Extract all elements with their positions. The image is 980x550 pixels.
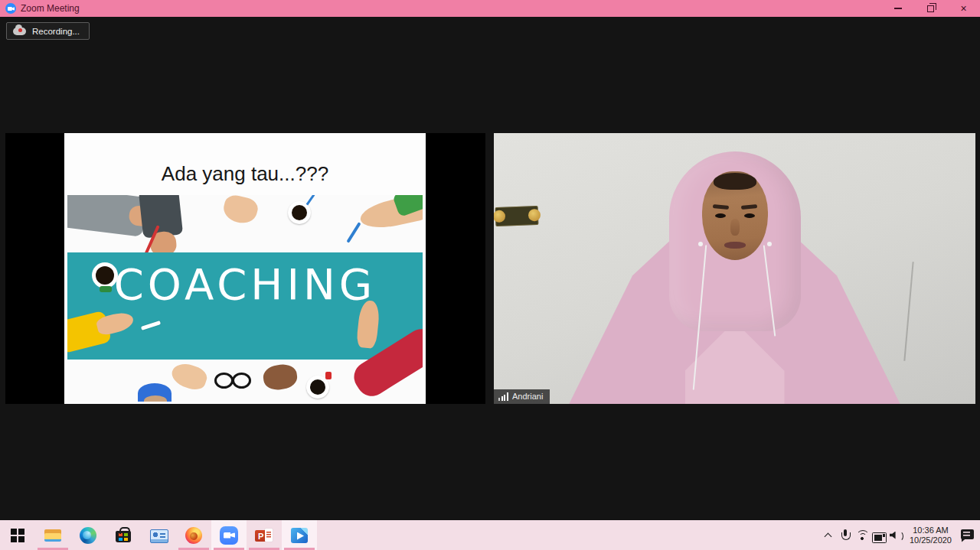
taskbar-movies-icon[interactable] <box>282 520 317 550</box>
coffee-cup-bottom <box>306 376 329 399</box>
blue-cap-head <box>138 383 172 402</box>
restore-icon <box>927 5 934 12</box>
signal-strength-icon <box>498 392 508 401</box>
taskbar-firefox-icon[interactable] <box>176 520 211 550</box>
explorer-app-icon <box>43 526 63 545</box>
hidden-icons-chevron-icon[interactable] <box>820 527 837 544</box>
center-hand <box>221 195 260 226</box>
system-tray: 10:36 AM 10/25/2020 <box>820 520 980 550</box>
firefox-app-icon <box>184 526 204 545</box>
taskbar-store-icon[interactable] <box>106 520 141 550</box>
wall-plaque <box>495 206 539 226</box>
participant-nametag: Andriani <box>494 389 550 404</box>
wifi-icon[interactable] <box>854 527 871 544</box>
zoom-camera-icon <box>5 3 16 14</box>
meeting-area: Recording... Ada yang tau...??? <box>0 17 980 520</box>
lips <box>724 242 746 249</box>
video-tile-screenshare: Ada yang tau...??? COACHING <box>5 133 485 404</box>
taskbar-panel-icon[interactable] <box>141 520 176 550</box>
zoomapp-app-icon <box>219 526 239 545</box>
left-eyebrow <box>712 204 728 210</box>
nose <box>730 219 740 236</box>
taskbar-edge-icon[interactable] <box>70 520 106 550</box>
face <box>702 171 768 260</box>
blue-pen-small <box>306 195 315 205</box>
left-earbud-icon <box>698 242 703 246</box>
taskbar-start-icon[interactable] <box>0 520 35 550</box>
suit-arm <box>139 195 183 239</box>
cloud-recording-icon <box>13 28 26 35</box>
video-grid: Ada yang tau...??? COACHING <box>5 133 975 404</box>
zoom-meeting-window: Zoom Meeting × Recording... Ada yang tau… <box>0 0 980 550</box>
taskbar-app-icons: P <box>0 520 317 550</box>
windows-taskbar: P 10:36 AM 10/25/2020 <box>0 520 980 550</box>
bottom-hand-dark <box>262 363 299 392</box>
clock-date: 10/25/2020 <box>910 535 952 545</box>
eyeglasses <box>213 371 253 386</box>
action-center-icon[interactable] <box>959 527 977 544</box>
gray-sweater-arm <box>67 195 147 237</box>
coffee-cup-banner <box>92 262 118 288</box>
restore-button[interactable] <box>914 0 947 17</box>
tray-icons <box>820 527 904 544</box>
minimize-icon <box>894 8 902 9</box>
minimize-button[interactable] <box>881 0 914 17</box>
taskbar-zoomapp-icon[interactable] <box>211 520 247 550</box>
right-eye <box>744 213 755 218</box>
microphone-icon[interactable] <box>837 527 854 544</box>
taskbar-explorer-icon[interactable] <box>35 520 70 550</box>
window-titlebar: Zoom Meeting × <box>0 0 980 17</box>
movies-app-icon <box>289 526 309 545</box>
powerpoint-app-icon: P <box>254 526 274 545</box>
start-app-icon <box>8 526 28 545</box>
recording-indicator[interactable]: Recording... <box>6 22 90 40</box>
participant-figure <box>555 151 915 404</box>
edge-app-icon <box>78 526 98 545</box>
clock-time: 10:36 AM <box>910 526 952 535</box>
presentation-slide: Ada yang tau...??? COACHING <box>64 133 426 404</box>
taskbar-clock[interactable]: 10:36 AM 10/25/2020 <box>904 526 957 545</box>
video-tile-participant: Andriani <box>494 133 975 404</box>
left-eye <box>715 213 726 218</box>
blue-pen <box>346 222 361 243</box>
recording-label: Recording... <box>32 27 80 36</box>
battery-icon[interactable] <box>871 527 887 544</box>
store-app-icon <box>113 526 133 545</box>
taskbar-powerpoint-icon[interactable]: P <box>247 520 282 550</box>
right-eyebrow <box>740 204 756 210</box>
window-title: Zoom Meeting <box>21 3 80 14</box>
slide-title: Ada yang tau...??? <box>64 162 426 186</box>
slide-photo: COACHING <box>67 195 423 402</box>
participant-name: Andriani <box>512 392 543 401</box>
powerpoint-letter: P <box>258 532 263 541</box>
volume-icon[interactable] <box>887 527 904 544</box>
bottom-hand-light <box>168 360 209 393</box>
close-button[interactable]: × <box>947 0 980 17</box>
panel-app-icon <box>149 526 168 545</box>
right-earbud-icon <box>767 242 772 246</box>
